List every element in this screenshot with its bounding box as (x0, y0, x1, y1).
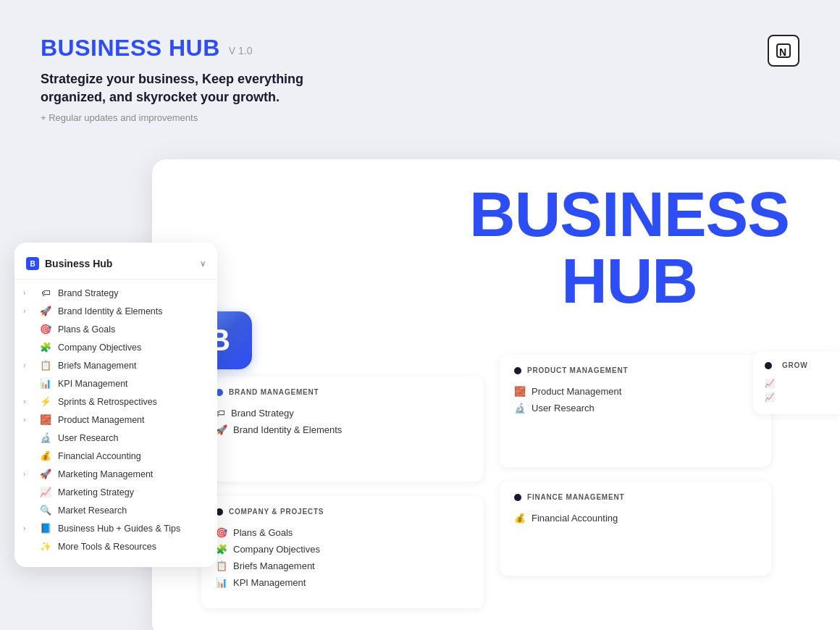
grow-dot (765, 362, 772, 369)
sidebar-item-emoji: ⚡ (39, 396, 52, 407)
section-list-item: 🏷 Brand Strategy (216, 405, 469, 421)
sidebar-list-item[interactable]: › 🏷 Brand Strategy (14, 284, 217, 302)
sidebar-chevron: › (23, 289, 33, 297)
sidebar-list-item[interactable]: 📈 Marketing Strategy (14, 483, 217, 501)
sidebar-item-label: Plans & Goals (58, 324, 115, 335)
sidebar-item-emoji: 🏷 (39, 287, 52, 298)
sidebar-item-label: Product Management (58, 415, 145, 425)
sidebar-list-item[interactable]: 🔬 User Research (14, 429, 217, 447)
sidebar-item-label: Company Objectives (58, 343, 141, 353)
brand-items: 🏷 Brand Strategy 🚀 Brand Identity & Elem… (216, 405, 469, 438)
sidebar-title: Business Hub (45, 258, 112, 269)
sidebar-chevron: › (23, 307, 33, 315)
section-item-emoji: 🔬 (514, 403, 526, 413)
section-item-label: Product Management (532, 386, 621, 397)
section-item-label: KPI Management (233, 577, 306, 588)
sidebar-item-label: Market Research (58, 505, 127, 516)
grow-label: GROW (765, 361, 828, 369)
section-item-label: Plans & Goals (233, 527, 293, 538)
sidebar-list-item[interactable]: 📊 KPI Management (14, 374, 217, 392)
sidebar-item-label: Marketing Strategy (58, 487, 134, 497)
product-section-label: PRODUCT MANAGEMENT (514, 366, 757, 374)
product-items: 🧱 Product Management 🔬 User Research (514, 383, 757, 416)
product-management-card: PRODUCT MANAGEMENT 🧱 Product Management … (500, 355, 771, 467)
sidebar-item-emoji: 🔍 (39, 505, 52, 516)
finance-dot (514, 494, 521, 501)
sidebar-item-emoji: 📈 (39, 487, 52, 497)
sidebar-item-emoji: 📋 (39, 360, 52, 371)
section-list-item: 🎯 Plans & Goals (216, 524, 469, 541)
sidebar-list-item[interactable]: 🧩 Company Objectives (14, 338, 217, 356)
sidebar-item-label: Sprints & Retrospectives (58, 397, 157, 407)
sidebar-item-label: Financial Accounting (58, 451, 141, 461)
section-item-emoji: 🧩 (216, 544, 227, 555)
section-list-item: 📊 KPI Management (216, 574, 469, 591)
sidebar-list-item[interactable]: 💰 Financial Accounting (14, 447, 217, 465)
sidebar-item-emoji: 🧱 (39, 414, 52, 425)
header-subtitle: Strategize your business, Keep everythin… (41, 70, 316, 106)
grow-item-1 (765, 377, 828, 390)
section-item-label: Company Objectives (233, 544, 320, 555)
section-item-label: User Research (532, 403, 595, 413)
sidebar-item-emoji: 📘 (39, 523, 52, 534)
section-item-emoji: 📋 (216, 560, 227, 571)
section-item-emoji: 🚀 (216, 424, 227, 435)
section-item-label: Brand Identity & Elements (233, 424, 342, 435)
product-dot (514, 367, 521, 374)
header: BUSINESS HUB V 1.0 Strategize your busin… (41, 35, 316, 123)
section-list-item: 🚀 Brand Identity & Elements (216, 421, 469, 438)
sidebar-list-item[interactable]: 🔍 Market Research (14, 501, 217, 519)
section-item-label: Briefs Management (233, 560, 315, 571)
sidebar-brand-icon: B (26, 257, 39, 270)
company-items: 🎯 Plans & Goals 🧩 Company Objectives 📋 B… (216, 524, 469, 591)
sidebar-list-item[interactable]: › 🚀 Marketing Management (14, 465, 217, 483)
sidebar-item-label: Business Hub + Guides & Tips (58, 524, 180, 534)
sidebar-item-emoji: 🚀 (39, 469, 52, 479)
brand-management-card: BRAND MANAGEMENT 🏷 Brand Strategy 🚀 Bran… (201, 377, 484, 482)
sidebar-chevron: › (23, 524, 33, 532)
sidebar-list-item[interactable]: › 🧱 Product Management (14, 411, 217, 429)
section-list-item: 📋 Briefs Management (216, 558, 469, 574)
sidebar-chevron: › (23, 416, 33, 424)
company-card: COMPANY & PROJECTS 🎯 Plans & Goals 🧩 Com… (201, 496, 484, 608)
title-row: BUSINESS HUB V 1.0 (41, 35, 316, 62)
finance-items: 💰 Financial Accounting (514, 510, 757, 526)
section-item-label: Financial Accounting (532, 513, 618, 524)
sidebar-item-emoji: 🧩 (39, 342, 52, 353)
sidebar-item-label: Briefs Management (58, 361, 136, 371)
section-list-item: 🔬 User Research (514, 400, 757, 416)
section-item-emoji: 🎯 (216, 527, 227, 538)
sidebar-list-item[interactable]: › 📘 Business Hub + Guides & Tips (14, 519, 217, 537)
sidebar-item-label: KPI Management (58, 379, 128, 389)
finance-section-label: FINANCE MANAGEMENT (514, 493, 757, 501)
sidebar-list-item[interactable]: › 📋 Briefs Management (14, 356, 217, 374)
sidebar-list-item[interactable]: › ⚡ Sprints & Retrospectives (14, 392, 217, 411)
sidebar-item-label: Marketing Management (58, 469, 153, 479)
sidebar-item-emoji: 🎯 (39, 324, 52, 335)
brand-section-label: BRAND MANAGEMENT (216, 388, 469, 396)
finance-card: FINANCE MANAGEMENT 💰 Financial Accountin… (500, 482, 771, 576)
sidebar-header: B Business Hub ∨ (14, 254, 217, 280)
sidebar-item-emoji: ✨ (39, 541, 52, 552)
app-title: BUSINESS HUB (41, 35, 220, 62)
sidebar-item-emoji: 📊 (39, 378, 52, 389)
version-label: V 1.0 (229, 45, 253, 56)
sidebar-chevron: › (23, 398, 33, 406)
sidebar-item-label: User Research (58, 433, 118, 443)
company-section-label: COMPANY & PROJECTS (216, 508, 469, 516)
section-list-item: 🧱 Product Management (514, 383, 757, 400)
sidebar-list-item[interactable]: ✨ More Tools & Resources (14, 537, 217, 555)
section-item-emoji: 💰 (514, 513, 526, 524)
header-note: + Regular updates and improvements (41, 112, 316, 123)
section-item-emoji: 🧱 (514, 386, 526, 397)
sidebar-item-label: Brand Strategy (58, 288, 118, 298)
sidebar-items-container: › 🏷 Brand Strategy › 🚀 Brand Identity & … (14, 284, 217, 555)
sidebar-item-emoji: 🚀 (39, 306, 52, 316)
big-hero-title: BUSINESS HUB (469, 181, 789, 315)
grow-item-2 (765, 390, 828, 404)
sidebar-list-item[interactable]: 🎯 Plans & Goals (14, 320, 217, 338)
sidebar-panel: B Business Hub ∨ › 🏷 Brand Strategy › 🚀 … (14, 243, 217, 567)
sidebar-chevron: › (23, 361, 33, 369)
sidebar-list-item[interactable]: › 🚀 Brand Identity & Elements (14, 302, 217, 320)
notion-icon[interactable]: N (768, 35, 799, 67)
